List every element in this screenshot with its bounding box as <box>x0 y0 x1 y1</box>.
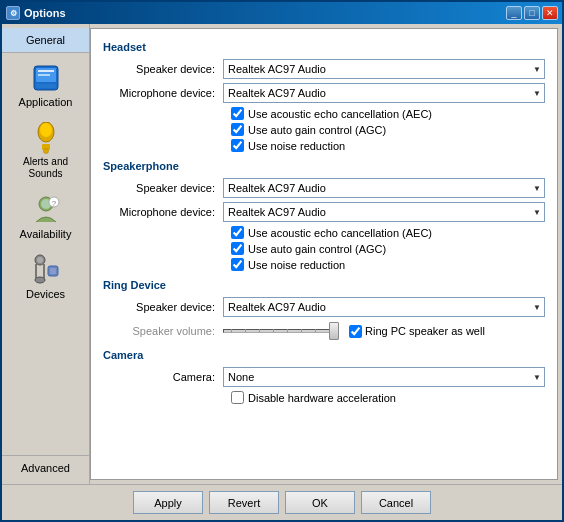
ring-pc-speaker-row: Ring PC speaker as well <box>349 325 485 338</box>
headset-mic-select-wrapper: Realtek AC97 Audio <box>223 83 545 103</box>
main-panel: Headset Speaker device: Realtek AC97 Aud… <box>90 28 558 480</box>
availability-icon: ? <box>30 194 62 226</box>
headset-speaker-row: Speaker device: Realtek AC97 Audio <box>103 59 545 79</box>
svg-point-14 <box>37 257 43 263</box>
window-icon: ⚙ <box>6 6 20 20</box>
sidebar: General Application <box>2 24 90 484</box>
sidebar-alerts-label: Alerts and Sounds <box>7 156 84 180</box>
ring-speaker-select-wrapper: Realtek AC97 Audio <box>223 297 545 317</box>
sidebar-item-devices[interactable]: Devices <box>2 247 89 307</box>
svg-text:?: ? <box>51 199 56 208</box>
speakerphone-aec-label: Use acoustic echo cancellation (AEC) <box>248 227 432 239</box>
window-title: Options <box>24 7 66 19</box>
maximize-button[interactable]: □ <box>524 6 540 20</box>
hw-accel-row: Disable hardware acceleration <box>231 391 545 404</box>
content-area: General Application <box>2 24 562 484</box>
ring-speaker-label: Speaker device: <box>103 301 223 313</box>
sidebar-availability-label: Availability <box>20 228 72 240</box>
svg-point-8 <box>43 149 48 154</box>
ok-button[interactable]: OK <box>285 491 355 514</box>
title-bar: ⚙ Options _ □ ✕ <box>2 2 562 24</box>
svg-point-15 <box>35 277 45 283</box>
svg-rect-2 <box>36 84 56 88</box>
speakerphone-agc-label: Use auto gain control (AGC) <box>248 243 386 255</box>
headset-aec-row: Use acoustic echo cancellation (AEC) <box>231 107 545 120</box>
svg-point-6 <box>40 123 52 137</box>
ring-device-title: Ring Device <box>103 279 545 291</box>
sidebar-item-advanced[interactable]: Advanced <box>2 455 89 480</box>
headset-agc-checkbox[interactable] <box>231 123 244 136</box>
headset-noise-row: Use noise reduction <box>231 139 545 152</box>
speakerphone-speaker-select-wrapper: Realtek AC97 Audio <box>223 178 545 198</box>
minimize-button[interactable]: _ <box>506 6 522 20</box>
devices-icon <box>30 254 62 286</box>
headset-section: Headset Speaker device: Realtek AC97 Aud… <box>103 41 545 152</box>
speakerphone-agc-row: Use auto gain control (AGC) <box>231 242 545 255</box>
alerts-icon <box>30 122 62 154</box>
revert-button[interactable]: Revert <box>209 491 279 514</box>
headset-noise-checkbox[interactable] <box>231 139 244 152</box>
headset-speaker-select[interactable]: Realtek AC97 Audio <box>223 59 545 79</box>
speakerphone-mic-label: Microphone device: <box>103 206 223 218</box>
sidebar-general-label: General <box>26 34 65 46</box>
sidebar-item-alerts[interactable]: Alerts and Sounds <box>2 115 89 187</box>
speakerphone-speaker-select[interactable]: Realtek AC97 Audio <box>223 178 545 198</box>
ring-speaker-row: Speaker device: Realtek AC97 Audio <box>103 297 545 317</box>
speakerphone-mic-row: Microphone device: Realtek AC97 Audio <box>103 202 545 222</box>
sidebar-application-label: Application <box>19 96 73 108</box>
camera-select-wrapper: None <box>223 367 545 387</box>
speakerphone-speaker-row: Speaker device: Realtek AC97 Audio <box>103 178 545 198</box>
speakerphone-noise-row: Use noise reduction <box>231 258 545 271</box>
headset-mic-label: Microphone device: <box>103 87 223 99</box>
application-icon <box>30 62 62 94</box>
headset-speaker-label: Speaker device: <box>103 63 223 75</box>
sidebar-item-availability[interactable]: ? Availability <box>2 187 89 247</box>
ring-volume-label: Speaker volume: <box>103 325 223 337</box>
speakerphone-noise-checkbox[interactable] <box>231 258 244 271</box>
speakerphone-noise-label: Use noise reduction <box>248 259 345 271</box>
svg-rect-3 <box>38 70 54 72</box>
speakerphone-title: Speakerphone <box>103 160 545 172</box>
camera-select[interactable]: None <box>223 367 545 387</box>
cancel-button[interactable]: Cancel <box>361 491 431 514</box>
volume-slider[interactable] <box>223 321 343 341</box>
ring-pc-speaker-checkbox[interactable] <box>349 325 362 338</box>
speakerphone-mic-select[interactable]: Realtek AC97 Audio <box>223 202 545 222</box>
headset-aec-label: Use acoustic echo cancellation (AEC) <box>248 108 432 120</box>
headset-agc-label: Use auto gain control (AGC) <box>248 124 386 136</box>
options-window: ⚙ Options _ □ ✕ General <box>0 0 564 522</box>
headset-mic-select[interactable]: Realtek AC97 Audio <box>223 83 545 103</box>
sidebar-advanced-label: Advanced <box>21 462 70 474</box>
speakerphone-agc-checkbox[interactable] <box>231 242 244 255</box>
camera-label: Camera: <box>103 371 223 383</box>
apply-button[interactable]: Apply <box>133 491 203 514</box>
sidebar-item-application[interactable]: Application <box>2 55 89 115</box>
close-button[interactable]: ✕ <box>542 6 558 20</box>
sidebar-devices-label: Devices <box>26 288 65 300</box>
camera-row: Camera: None <box>103 367 545 387</box>
speakerphone-aec-checkbox[interactable] <box>231 226 244 239</box>
title-bar-controls: _ □ ✕ <box>506 6 558 20</box>
headset-noise-label: Use noise reduction <box>248 140 345 152</box>
svg-rect-4 <box>38 74 50 76</box>
headset-title: Headset <box>103 41 545 53</box>
speakerphone-section: Speakerphone Speaker device: Realtek AC9… <box>103 160 545 271</box>
ring-pc-speaker-label: Ring PC speaker as well <box>365 325 485 337</box>
headset-aec-checkbox[interactable] <box>231 107 244 120</box>
speakerphone-aec-row: Use acoustic echo cancellation (AEC) <box>231 226 545 239</box>
ring-volume-row: Speaker volume: <box>103 321 545 341</box>
svg-rect-17 <box>50 268 56 274</box>
sidebar-item-general[interactable]: General <box>2 28 89 53</box>
speakerphone-mic-select-wrapper: Realtek AC97 Audio <box>223 202 545 222</box>
hw-accel-checkbox[interactable] <box>231 391 244 404</box>
headset-agc-row: Use auto gain control (AGC) <box>231 123 545 136</box>
title-bar-text: ⚙ Options <box>6 6 66 20</box>
camera-section: Camera Camera: None Disable hardware acc… <box>103 349 545 404</box>
ring-device-section: Ring Device Speaker device: Realtek AC97… <box>103 279 545 341</box>
speakerphone-speaker-label: Speaker device: <box>103 182 223 194</box>
hw-accel-label: Disable hardware acceleration <box>248 392 396 404</box>
headset-speaker-select-wrapper: Realtek AC97 Audio <box>223 59 545 79</box>
headset-mic-row: Microphone device: Realtek AC97 Audio <box>103 83 545 103</box>
ring-speaker-select[interactable]: Realtek AC97 Audio <box>223 297 545 317</box>
ring-volume-slider-wrapper: Ring PC speaker as well <box>223 321 545 341</box>
